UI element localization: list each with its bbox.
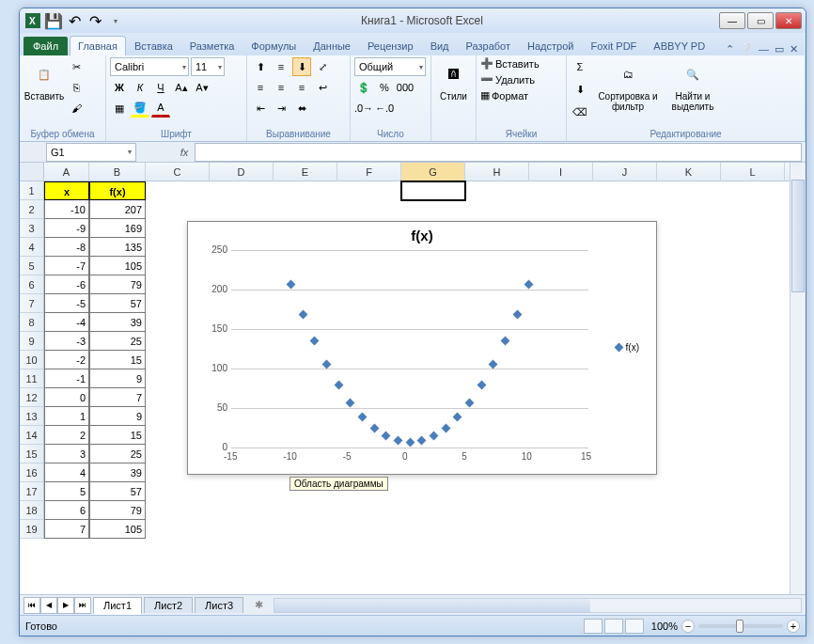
- cell-B8[interactable]: 39: [89, 313, 146, 332]
- cell-A7[interactable]: -5: [44, 294, 89, 313]
- formula-input[interactable]: [195, 143, 802, 162]
- cells-format-button[interactable]: ▦ Формат: [480, 89, 528, 102]
- cell-A1[interactable]: x: [44, 181, 89, 200]
- data-point[interactable]: [405, 437, 415, 447]
- align-top-icon[interactable]: ⬆: [251, 57, 270, 76]
- row-header-3[interactable]: 3: [20, 219, 43, 238]
- spreadsheet-grid[interactable]: ABCDEFGHIJKL 123456789101112131415161718…: [20, 163, 806, 594]
- tab-data[interactable]: Данные: [305, 36, 359, 55]
- tab-home[interactable]: Главная: [70, 36, 126, 55]
- inc-decimal-icon[interactable]: .0→: [354, 99, 373, 118]
- cell-A10[interactable]: -2: [44, 351, 89, 369]
- cell-B19[interactable]: 105: [89, 520, 146, 539]
- cell-B6[interactable]: 79: [89, 275, 146, 294]
- col-header-B[interactable]: B: [89, 163, 146, 181]
- row-header-18[interactable]: 18: [20, 501, 43, 520]
- row-header-2[interactable]: 2: [20, 200, 43, 219]
- row-header-10[interactable]: 10: [20, 351, 43, 369]
- col-header-J[interactable]: J: [593, 163, 657, 181]
- find-select-button[interactable]: 🔍 Найти и выделить: [663, 57, 723, 114]
- indent-dec-icon[interactable]: ⇤: [251, 99, 270, 118]
- cell-A18[interactable]: 6: [44, 501, 89, 520]
- row-header-17[interactable]: 17: [20, 482, 43, 501]
- tab-foxit[interactable]: Foxit PDF: [582, 36, 645, 55]
- row-header-8[interactable]: 8: [20, 313, 43, 332]
- tab-abbyy[interactable]: ABBYY PD: [645, 36, 713, 55]
- name-box[interactable]: G1: [46, 143, 136, 162]
- number-format-combo[interactable]: Общий: [354, 57, 426, 76]
- comma-icon[interactable]: 000: [396, 78, 415, 97]
- cell-B4[interactable]: 135: [89, 238, 146, 257]
- tab-develop[interactable]: Разработ: [458, 36, 519, 55]
- sheet-tab-3[interactable]: Лист3: [195, 597, 243, 613]
- currency-icon[interactable]: 💲: [354, 78, 373, 97]
- data-point[interactable]: [464, 398, 474, 407]
- cell-B14[interactable]: 15: [89, 426, 146, 445]
- redo-icon[interactable]: ↷: [86, 11, 104, 30]
- cell-A11[interactable]: -1: [44, 369, 89, 388]
- cell-B3[interactable]: 169: [89, 219, 146, 238]
- cut-icon[interactable]: ✂: [67, 57, 86, 76]
- row-header-15[interactable]: 15: [20, 445, 43, 463]
- col-header-K[interactable]: K: [657, 163, 721, 181]
- data-point[interactable]: [369, 423, 379, 432]
- align-left-icon[interactable]: ≡: [251, 78, 270, 97]
- col-header-H[interactable]: H: [465, 163, 529, 181]
- cell-A19[interactable]: 7: [44, 520, 89, 539]
- row-header-16[interactable]: 16: [20, 463, 43, 482]
- tab-layout[interactable]: Разметка: [181, 36, 243, 55]
- cell-B18[interactable]: 79: [89, 501, 146, 520]
- data-point[interactable]: [393, 435, 402, 445]
- cell-A12[interactable]: 0: [44, 388, 89, 407]
- cell-B13[interactable]: 9: [89, 407, 146, 426]
- percent-icon[interactable]: %: [375, 78, 394, 97]
- cell-B9[interactable]: 25: [89, 332, 146, 351]
- cell-A2[interactable]: -10: [44, 200, 89, 219]
- data-point[interactable]: [417, 435, 427, 445]
- shrink-font-icon[interactable]: A▾: [193, 78, 211, 97]
- inner-restore-icon[interactable]: ▭: [775, 43, 784, 55]
- orientation-icon[interactable]: ⤢: [313, 57, 332, 76]
- view-break-icon[interactable]: [625, 619, 644, 634]
- chart-area[interactable]: f(x) 050100150200250-15-10-5051015 f(x) …: [187, 221, 657, 475]
- cell-A8[interactable]: -4: [44, 313, 89, 332]
- zoom-slider[interactable]: [698, 624, 783, 628]
- align-center-icon[interactable]: ≡: [272, 78, 290, 97]
- format-painter-icon[interactable]: 🖌: [67, 99, 86, 118]
- cell-A3[interactable]: -9: [44, 219, 89, 238]
- file-tab[interactable]: Файл: [23, 37, 68, 55]
- align-bot-icon[interactable]: ⬇: [292, 57, 311, 76]
- col-header-L[interactable]: L: [721, 163, 785, 181]
- tab-view[interactable]: Вид: [422, 36, 458, 55]
- cell-B15[interactable]: 25: [89, 445, 146, 463]
- grow-font-icon[interactable]: A▴: [172, 78, 191, 97]
- cell-A13[interactable]: 1: [44, 407, 89, 426]
- undo-icon[interactable]: ↶: [65, 11, 84, 30]
- sheet-nav-last-icon[interactable]: ⏭: [74, 597, 91, 614]
- autosum-icon[interactable]: Σ: [571, 57, 589, 76]
- tab-formulas[interactable]: Формулы: [243, 36, 305, 55]
- maximize-button[interactable]: ▭: [747, 12, 774, 29]
- dec-decimal-icon[interactable]: ←.0: [375, 99, 394, 118]
- cell-B10[interactable]: 15: [89, 351, 146, 369]
- data-point[interactable]: [310, 337, 320, 346]
- save-icon[interactable]: 💾: [44, 11, 63, 30]
- clear-icon[interactable]: ⌫: [571, 102, 589, 121]
- cell-A16[interactable]: 4: [44, 463, 89, 482]
- row-header-6[interactable]: 6: [20, 275, 43, 294]
- cell-B12[interactable]: 7: [89, 388, 146, 407]
- cell-A15[interactable]: 3: [44, 445, 89, 463]
- add-sheet-icon[interactable]: ✱: [247, 599, 270, 611]
- tab-review[interactable]: Рецензир: [359, 36, 422, 55]
- row-header-9[interactable]: 9: [20, 332, 43, 351]
- font-name-combo[interactable]: Calibri: [110, 57, 189, 76]
- row-header-11[interactable]: 11: [20, 369, 43, 388]
- col-header-D[interactable]: D: [210, 163, 274, 181]
- cell-A9[interactable]: -3: [44, 332, 89, 351]
- cell-B5[interactable]: 105: [89, 257, 146, 275]
- view-layout-icon[interactable]: [604, 619, 623, 634]
- col-header-F[interactable]: F: [337, 163, 401, 181]
- data-point[interactable]: [382, 431, 391, 440]
- inner-min-icon[interactable]: —: [759, 43, 769, 55]
- data-point[interactable]: [453, 412, 462, 421]
